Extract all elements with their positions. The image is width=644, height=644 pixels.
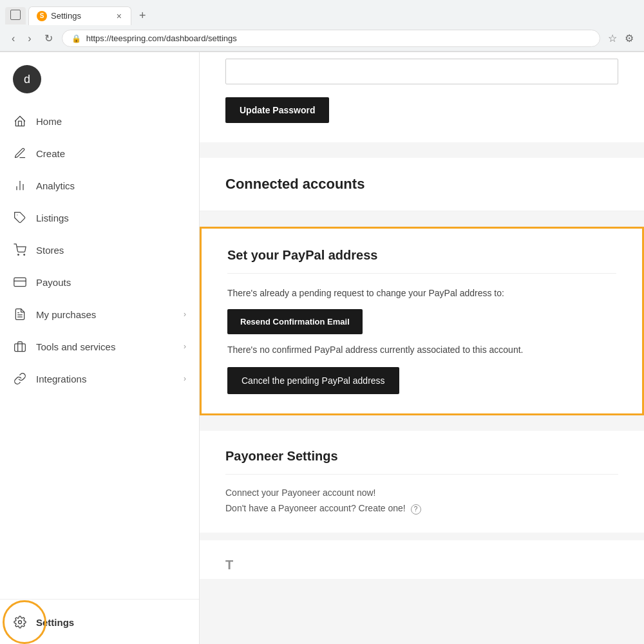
tab-title: Settings: [51, 11, 111, 21]
payoneer-create-text: Don't have a Payoneer account? Create on…: [225, 503, 618, 515]
lock-icon: 🔒: [71, 34, 81, 43]
browser-tab-active[interactable]: S Settings ×: [28, 6, 131, 25]
sidebar-label-stores: Stores: [36, 245, 186, 256]
sidebar-item-home[interactable]: Home: [0, 105, 199, 137]
svg-rect-3: [14, 278, 26, 286]
sidebar-item-my-purchases[interactable]: My purchases ›: [0, 298, 199, 330]
payouts-icon: [13, 275, 27, 289]
sidebar-item-tools[interactable]: Tools and services ›: [0, 330, 199, 363]
sidebar-label-create: Create: [36, 148, 186, 159]
browser-tabs: S Settings × +: [0, 0, 644, 26]
browser-nav-icons: ☆ ⚙: [605, 30, 636, 47]
create-icon: [13, 146, 27, 160]
section-divider-1: [200, 150, 644, 158]
sidebar-label-analytics: Analytics: [36, 180, 186, 191]
purchases-icon: [13, 307, 27, 321]
tab-close-button[interactable]: ×: [115, 11, 123, 21]
help-icon[interactable]: ?: [411, 504, 421, 515]
paypal-pending-text: There's already a pending request to cha…: [227, 287, 616, 300]
sidebar-label-settings: Settings: [36, 617, 186, 628]
connected-accounts-section: Connected accounts: [200, 158, 644, 211]
integrations-chevron-icon: ›: [184, 374, 186, 383]
gear-icon: [13, 615, 27, 629]
new-tab-button[interactable]: +: [134, 9, 151, 23]
sidebar-label-payouts: Payouts: [36, 277, 186, 288]
stores-icon: [13, 243, 27, 257]
back-button[interactable]: ‹: [8, 30, 19, 47]
cancel-paypal-button[interactable]: Cancel the pending PayPal address: [227, 367, 399, 394]
extension-button[interactable]: ⚙: [622, 30, 636, 47]
sidebar: d Home Create Analyt: [0, 52, 200, 644]
svg-rect-7: [15, 344, 26, 352]
sidebar-label-integrations: Integrations: [36, 374, 175, 384]
bookmark-star-button[interactable]: ☆: [605, 30, 620, 47]
reload-button[interactable]: ↻: [41, 30, 57, 47]
paypal-title: Set your PayPal address: [227, 248, 616, 274]
sidebar-label-home: Home: [36, 116, 186, 127]
bottom-partial-section: T: [200, 540, 644, 579]
payoneer-connect-text: Connect your Payoneer account now!: [225, 488, 618, 498]
section-divider-4: [200, 533, 644, 540]
sidebar-label-my-purchases: My purchases: [36, 309, 175, 320]
address-url: https://teespring.com/dashboard/settings: [86, 33, 591, 43]
payoneer-section: Payoneer Settings Connect your Payoneer …: [200, 431, 644, 533]
address-bar[interactable]: 🔒 https://teespring.com/dashboard/settin…: [62, 30, 600, 47]
purchases-chevron-icon: ›: [184, 310, 186, 319]
sidebar-item-listings[interactable]: Listings: [0, 202, 199, 234]
password-section: Update Password: [200, 52, 644, 142]
sidebar-item-settings[interactable]: Settings: [0, 606, 199, 638]
sidebar-item-integrations[interactable]: Integrations ›: [0, 363, 199, 395]
home-icon: [13, 114, 27, 128]
main-content: Update Password Connected accounts Set y…: [200, 52, 644, 644]
connected-accounts-title: Connected accounts: [200, 158, 644, 211]
browser-chrome: S Settings × + ‹ › ↻ 🔒 https://teespring…: [0, 0, 644, 52]
svg-point-2: [24, 254, 25, 256]
bottom-section-title-partial: T: [225, 558, 233, 573]
sidebar-footer: Settings: [0, 599, 199, 644]
sidebar-label-tools: Tools and services: [36, 341, 175, 352]
svg-point-8: [19, 621, 22, 624]
section-divider-3: [200, 423, 644, 431]
listings-icon: [13, 211, 27, 225]
sidebar-toggle-button[interactable]: [5, 7, 26, 24]
sidebar-nav: Home Create Analytics L: [0, 100, 199, 599]
resend-confirmation-button[interactable]: Resend Confirmation Email: [227, 309, 363, 334]
update-password-button[interactable]: Update Password: [225, 97, 329, 123]
tab-favicon: S: [37, 11, 47, 21]
sidebar-item-stores[interactable]: Stores: [0, 234, 199, 266]
sidebar-item-analytics[interactable]: Analytics: [0, 169, 199, 202]
forward-button[interactable]: ›: [24, 30, 35, 47]
integrations-icon: [13, 372, 27, 386]
app-layout: d Home Create Analyt: [0, 52, 644, 644]
password-input-field[interactable]: [225, 59, 618, 84]
sidebar-label-listings: Listings: [36, 213, 186, 223]
tools-icon: [13, 339, 27, 354]
sidebar-toggle-icon: [10, 10, 21, 20]
sidebar-item-payouts[interactable]: Payouts: [0, 266, 199, 298]
paypal-section: Set your PayPal address There's already …: [200, 227, 644, 415]
sidebar-item-create[interactable]: Create: [0, 137, 199, 169]
browser-nav: ‹ › ↻ 🔒 https://teespring.com/dashboard/…: [0, 26, 644, 52]
section-divider-2: [200, 211, 644, 219]
payoneer-title: Payoneer Settings: [225, 449, 618, 475]
tools-chevron-icon: ›: [184, 342, 186, 351]
svg-point-1: [18, 254, 19, 256]
avatar: d: [13, 65, 41, 93]
paypal-no-confirmed-text: There's no confirmed PayPal address curr…: [227, 343, 616, 357]
analytics-icon: [13, 178, 27, 193]
